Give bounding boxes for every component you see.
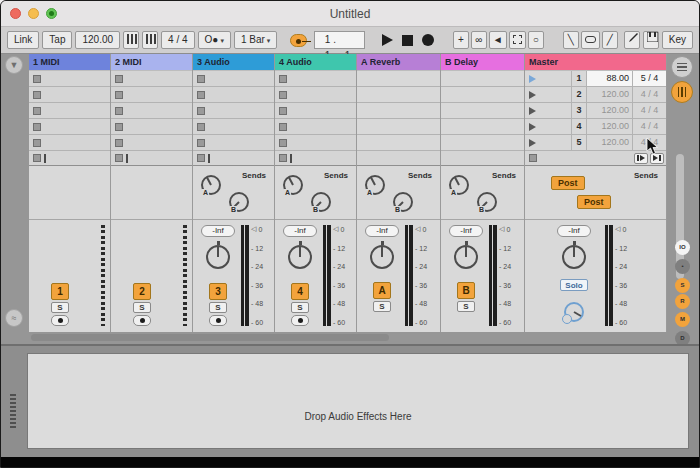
show-detail-view-button[interactable]: ≈ xyxy=(5,309,23,327)
clip-stop-icon[interactable] xyxy=(33,123,41,131)
scene-tempo-field[interactable]: 120.00 xyxy=(587,135,633,150)
track-stop-row[interactable] xyxy=(111,151,192,166)
scene-tempo-field[interactable]: 120.00 xyxy=(587,103,633,118)
clip-stop-icon[interactable] xyxy=(197,139,205,147)
computer-midi-keyboard-button[interactable] xyxy=(643,31,659,49)
clip-stop-icon[interactable] xyxy=(33,107,41,115)
link-button[interactable]: Link xyxy=(7,31,39,49)
cue-volume-knob[interactable] xyxy=(564,302,584,322)
tap-tempo-button[interactable]: Tap xyxy=(42,31,72,49)
show-returns-toggle[interactable]: R xyxy=(675,294,690,309)
draw-mode-button[interactable] xyxy=(624,31,640,49)
device-drop-area[interactable]: Drop Audio Effects Here xyxy=(27,353,689,449)
volume-field[interactable]: -Inf xyxy=(557,225,591,237)
send-b-knob[interactable]: B xyxy=(229,192,249,212)
scene-launch-icon[interactable] xyxy=(529,75,536,83)
clip-slot[interactable] xyxy=(111,135,192,151)
clip-slot[interactable] xyxy=(111,103,192,119)
clip-stop-icon[interactable] xyxy=(115,107,123,115)
pre-post-toggle-b[interactable]: Post xyxy=(577,195,611,209)
track-activator-button[interactable]: 3 xyxy=(209,283,227,300)
clip-slot[interactable] xyxy=(275,135,356,151)
scene-row[interactable]: 2 120.00 4 / 4 xyxy=(525,87,666,103)
play-button[interactable] xyxy=(382,34,393,46)
clip-stop-icon[interactable] xyxy=(115,139,123,147)
pan-knob[interactable] xyxy=(454,245,478,269)
scene-signature-field[interactable]: 4 / 4 xyxy=(633,103,666,118)
track-header[interactable]: 4 Audio xyxy=(275,54,356,71)
volume-field[interactable]: -Inf xyxy=(283,225,317,237)
metronome-toggle[interactable]: O●▾ xyxy=(198,31,231,49)
clip-slot[interactable] xyxy=(275,103,356,119)
track-stop-row[interactable] xyxy=(193,151,274,166)
show-sends-toggle[interactable]: S xyxy=(675,278,690,293)
show-clip-toggle[interactable]: • xyxy=(675,259,690,274)
scene-launch-icon[interactable] xyxy=(529,91,536,99)
clip-stop-icon[interactable] xyxy=(115,91,123,99)
volume-field[interactable]: -Inf xyxy=(449,225,483,237)
clip-stop-icon[interactable] xyxy=(197,107,205,115)
clip-slot[interactable] xyxy=(193,87,274,103)
send-b-knob[interactable]: B xyxy=(393,192,413,212)
arm-button[interactable] xyxy=(291,315,309,326)
quantization-menu[interactable]: 1 Bar▾ xyxy=(234,31,277,49)
clip-stop-icon[interactable] xyxy=(33,139,41,147)
pan-knob[interactable] xyxy=(206,245,230,269)
clip-slot[interactable] xyxy=(193,103,274,119)
scene-signature-field[interactable]: 4 / 4 xyxy=(633,87,666,102)
pan-knob[interactable] xyxy=(370,245,394,269)
clip-slot[interactable] xyxy=(111,87,192,103)
clip-slot[interactable] xyxy=(29,87,110,103)
clip-slot[interactable] xyxy=(193,71,274,87)
horizontal-scrollbar[interactable] xyxy=(29,332,667,344)
scene-row[interactable]: 1 88.00 5 / 4 xyxy=(525,71,666,87)
follow-toggle[interactable] xyxy=(290,34,306,47)
scene-row[interactable]: 3 120.00 4 / 4 xyxy=(525,103,666,119)
automation-arm-button[interactable] xyxy=(509,31,526,49)
solo-button[interactable]: S xyxy=(373,301,391,312)
send-a-knob[interactable]: A xyxy=(283,175,303,195)
send-a-knob[interactable]: A xyxy=(201,175,221,195)
solo-button[interactable]: S xyxy=(51,302,69,313)
clip-slot[interactable] xyxy=(275,119,356,135)
scene-signature-field[interactable]: 5 / 4 xyxy=(633,71,666,86)
clip-stop-icon[interactable] xyxy=(279,107,287,115)
clip-stop-icon[interactable] xyxy=(197,91,205,99)
clip-slot[interactable] xyxy=(29,103,110,119)
scene-signature-field[interactable]: 4 / 4 xyxy=(633,119,666,134)
record-button[interactable] xyxy=(422,34,434,46)
track-activator-button[interactable]: 4 xyxy=(291,283,309,300)
send-a-knob[interactable]: A xyxy=(365,175,385,195)
track-stop-row[interactable] xyxy=(29,151,110,166)
track-activator-button[interactable]: A xyxy=(373,282,391,299)
clip-stop-icon[interactable] xyxy=(279,75,287,83)
clip-slot[interactable] xyxy=(29,71,110,87)
clip-stop-icon[interactable] xyxy=(279,123,287,131)
clip-slot[interactable] xyxy=(275,87,356,103)
mixer-view-toggle[interactable] xyxy=(671,81,693,103)
clip-slot[interactable] xyxy=(29,135,110,151)
track-header[interactable]: B Delay xyxy=(441,54,524,71)
device-drag-handle[interactable] xyxy=(10,394,16,428)
scene-launch-icon[interactable] xyxy=(529,107,536,115)
solo-button[interactable]: S xyxy=(457,301,475,312)
show-io-toggle[interactable]: IO xyxy=(675,240,690,255)
time-signature-field[interactable]: 4 / 4 xyxy=(161,31,194,49)
clip-stop-icon[interactable] xyxy=(33,75,41,83)
stop-button[interactable] xyxy=(402,35,413,46)
clip-slot[interactable] xyxy=(275,71,356,87)
clip-view-toggle[interactable] xyxy=(671,56,693,78)
track-header[interactable]: A Reverb xyxy=(357,54,440,71)
scene-row[interactable]: 5 120.00 4 / 4 xyxy=(525,135,666,151)
stop-all-clips-button[interactable] xyxy=(529,154,537,162)
scene-row[interactable]: 4 120.00 4 / 4 xyxy=(525,119,666,135)
scene-tempo-field[interactable]: 88.00 xyxy=(587,71,633,86)
pan-knob[interactable] xyxy=(562,245,586,269)
clip-stop-icon[interactable] xyxy=(279,91,287,99)
track-header[interactable]: 1 MIDI xyxy=(29,54,110,71)
re-enable-automation-button[interactable]: ○ xyxy=(528,31,544,49)
scene-tempo-field[interactable]: 120.00 xyxy=(587,87,633,102)
arm-button[interactable] xyxy=(209,315,227,326)
arm-button[interactable] xyxy=(51,315,69,326)
volume-field[interactable]: -Inf xyxy=(365,225,399,237)
